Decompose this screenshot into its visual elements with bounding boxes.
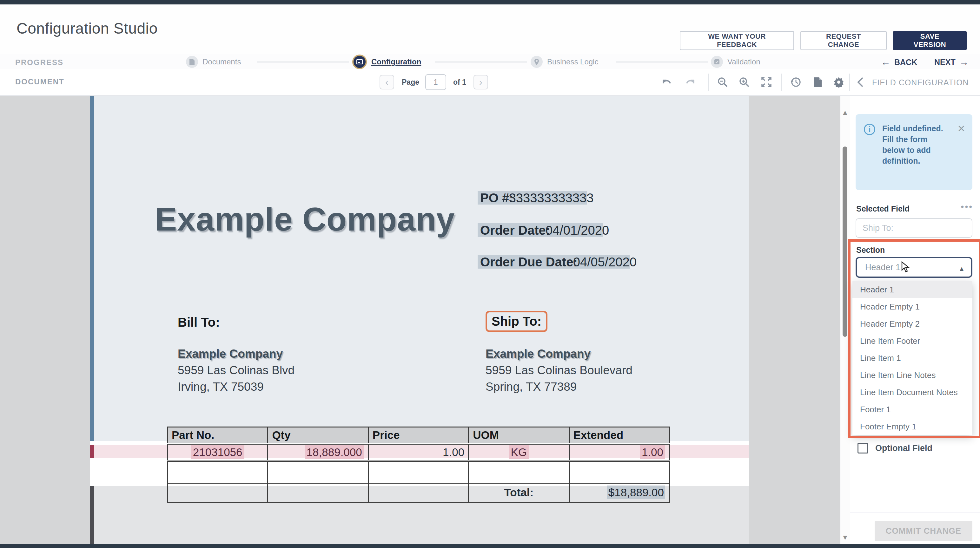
document-icon[interactable] — [811, 75, 825, 89]
bill-to-address[interactable]: Example Company 5959 Las Colinas Blvd Ir… — [178, 346, 294, 395]
optional-field-checkbox[interactable] — [858, 443, 868, 453]
dropdown-option[interactable]: Line Item Footer — [853, 332, 972, 349]
progress-bar: PROGRESS Documents Configuration Busines… — [0, 54, 980, 69]
ship-to-label-selected[interactable]: Ship To: — [485, 311, 547, 332]
step-business-logic[interactable]: Business Logic — [531, 54, 598, 70]
dropdown-option[interactable]: Footer Empty 1 — [853, 418, 972, 435]
company-logo-text[interactable]: Example Company — [155, 200, 455, 238]
document-page[interactable]: Example Company PO #:333333333333 Order … — [90, 96, 749, 544]
panel-scrollbar[interactable]: ▲ ▼ — [840, 96, 850, 544]
app-header: Configuration Studio WE WANT YOUR FEEDBA… — [0, 5, 980, 54]
document-section-label: DOCUMENT — [15, 77, 64, 86]
table-row — [167, 461, 670, 483]
next-button[interactable]: NEXT → — [934, 57, 969, 68]
step-connector — [616, 62, 708, 62]
document-viewer: Example Company PO #:333333333333 Order … — [0, 96, 840, 544]
optional-field-row: Optional Field — [858, 443, 932, 453]
line-items-table: Part No. Qty Price UOM Extended 21031056… — [167, 427, 670, 503]
section-label: Section — [856, 245, 885, 255]
line-item-section-marker — [90, 445, 94, 458]
scrollbar-thumb[interactable] — [843, 146, 847, 337]
dropdown-option[interactable]: Header Empty 2 — [853, 315, 972, 332]
progress-label: PROGRESS — [15, 58, 64, 67]
order-date-field[interactable]: Order Date:04/01/2020 — [480, 223, 609, 238]
footer-section-marker — [90, 486, 94, 544]
undo-icon[interactable] — [659, 75, 674, 89]
dropdown-option[interactable]: Footer 1 — [853, 401, 972, 418]
mouse-cursor — [900, 261, 910, 274]
zoom-out-icon[interactable] — [715, 75, 730, 89]
selected-field-label: Selected Field — [856, 204, 910, 213]
section-dropdown-list: Header 1 Header Empty 1 Header Empty 2 L… — [853, 281, 972, 435]
zoom-in-icon[interactable] — [737, 75, 751, 89]
toolbar-divider — [708, 73, 709, 91]
page-of-label: of 1 — [453, 78, 466, 87]
po-number-field[interactable]: PO #:333333333333 — [480, 191, 593, 205]
scroll-up-icon[interactable]: ▲ — [842, 108, 849, 117]
section-select[interactable]: Header 1 ▲ — [856, 257, 972, 278]
page-word: Page — [402, 78, 419, 87]
step-configuration[interactable]: Configuration — [352, 54, 421, 70]
window-bottom-bar — [0, 544, 980, 548]
dropdown-option[interactable]: Line Item Document Notes — [853, 384, 972, 401]
history-icon[interactable] — [788, 75, 803, 89]
redo-icon[interactable] — [683, 75, 698, 89]
field-configuration-panel: i Field undefined. Fill the form below t… — [850, 96, 980, 544]
info-message: Field undefined. Fill the form below to … — [882, 123, 949, 166]
dropdown-option[interactable]: Header Empty 1 — [853, 298, 972, 315]
table-row[interactable]: 21031056 18,889.000 1.00 KG 1.00 — [167, 444, 670, 461]
table-total-row: Total: $18,889.00 — [167, 483, 670, 502]
document-toolbar: DOCUMENT ‹ Page of 1 › FIELD CONFIGURATI… — [0, 69, 980, 96]
page-prev-button[interactable]: ‹ — [380, 75, 394, 89]
dropdown-option[interactable]: Header 1 — [853, 281, 972, 298]
fullscreen-icon[interactable] — [759, 75, 774, 89]
business-logic-icon — [531, 56, 542, 68]
dropdown-option[interactable]: Line Item 1 — [853, 349, 972, 367]
documents-icon — [186, 56, 198, 68]
info-icon: i — [864, 124, 875, 135]
selected-field-input[interactable] — [856, 218, 972, 238]
settings-gear-icon[interactable] — [832, 75, 846, 89]
feedback-button[interactable]: WE WANT YOUR FEEDBACK — [680, 31, 794, 50]
back-button[interactable]: ← BACK — [881, 57, 917, 68]
configuration-icon — [352, 54, 367, 69]
toolbar-divider — [849, 73, 850, 91]
next-arrow-icon: → — [959, 57, 969, 68]
step-connector — [257, 62, 349, 62]
header-section-marker — [90, 96, 94, 441]
collapse-panel-icon[interactable] — [857, 77, 864, 89]
panel-divider — [850, 512, 980, 513]
order-due-date-field[interactable]: Order Due Date:04/05/2020 — [480, 255, 636, 269]
page-number-input[interactable] — [425, 74, 446, 90]
table-header-row: Part No. Qty Price UOM Extended — [167, 427, 670, 444]
page-title: Configuration Studio — [16, 20, 158, 37]
optional-field-label: Optional Field — [875, 443, 932, 453]
validation-icon — [711, 56, 723, 68]
chevron-up-icon: ▲ — [958, 265, 965, 272]
step-validation[interactable]: Validation — [711, 54, 760, 70]
more-options-icon[interactable]: ••• — [961, 202, 973, 212]
scroll-down-icon[interactable]: ▼ — [842, 534, 849, 542]
dropdown-option[interactable]: Line Item Line Notes — [853, 367, 972, 384]
toolbar-divider — [781, 73, 782, 91]
request-change-button[interactable]: REQUEST CHANGE — [800, 31, 887, 50]
back-arrow-icon: ← — [881, 57, 891, 68]
step-documents[interactable]: Documents — [186, 54, 241, 70]
bill-to-label[interactable]: Bill To: — [178, 315, 220, 329]
step-connector — [435, 62, 527, 62]
ship-to-address[interactable]: Example Company 5959 Las Colinas Bouleva… — [485, 346, 633, 395]
save-version-button[interactable]: SAVE VERSION — [893, 31, 967, 50]
commit-change-button[interactable]: COMMIT CHANGE — [875, 521, 972, 541]
window-top-bar — [0, 0, 980, 5]
close-icon[interactable]: ✕ — [958, 123, 966, 134]
field-configuration-title: FIELD CONFIGURATION — [872, 78, 969, 87]
info-message-box: i Field undefined. Fill the form below t… — [856, 114, 972, 190]
page-next-button[interactable]: › — [474, 75, 488, 89]
